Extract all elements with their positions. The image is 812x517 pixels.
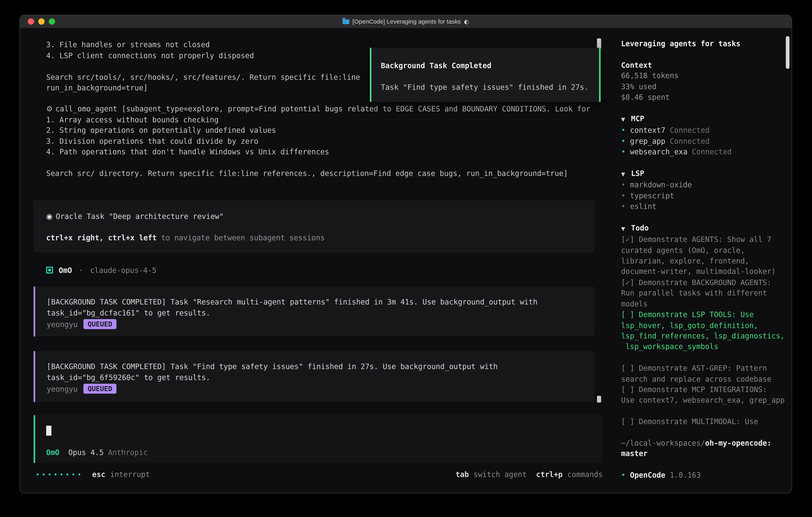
terminal-text-line: 4. LSP client connections not properly d… bbox=[46, 50, 360, 61]
workspace-branch: master bbox=[621, 448, 787, 459]
chat-pane: 3. File handles or streams not closed4. … bbox=[20, 28, 609, 493]
mcp-server-status: Connected bbox=[670, 126, 709, 135]
lsp-heading-label: LSP bbox=[631, 169, 644, 177]
context-heading: Context bbox=[621, 60, 787, 71]
status-bar: •••••••• esc interrupt tab switch agent … bbox=[20, 468, 609, 481]
mcp-server-status: Connected bbox=[692, 147, 732, 156]
terminal-text-line: run_in_background=true] bbox=[46, 82, 360, 93]
lsp-server-item: •eslint bbox=[621, 201, 787, 212]
terminal-text-line: 3. Division operations that could divide… bbox=[46, 136, 590, 146]
oracle-task-title: ◉Oracle Task "Deep architecture review" bbox=[46, 211, 594, 222]
status-dot-icon: • bbox=[621, 190, 630, 201]
message-author: yeongyu bbox=[47, 320, 78, 328]
mcp-server-status: Connected bbox=[670, 137, 709, 145]
toast-background-task-completed[interactable]: Background Task Completed Task "Find typ… bbox=[370, 48, 601, 102]
message-meta: yeongyu QUEUED bbox=[47, 319, 583, 329]
ctrlp-key-hint: ctrl+p bbox=[536, 470, 563, 479]
input-model-name: Opus 4.5 bbox=[68, 447, 104, 458]
background-task-message: [BACKGROUND TASK COMPLETED] Task "Resear… bbox=[34, 287, 594, 336]
todo-section-header[interactable]: ▼Todo bbox=[621, 222, 787, 234]
mcp-server-name: grep_app bbox=[630, 137, 665, 145]
chevron-down-icon: ▼ bbox=[621, 169, 628, 180]
todo-item: [ ] Demonstrate MCP INTEGRATIONS: Use co… bbox=[621, 384, 787, 406]
mcp-section-header[interactable]: ▼MCP bbox=[621, 113, 787, 125]
window-title: [OpenCode] Leveraging agents for tasks ◐ bbox=[20, 15, 792, 28]
status-dot-icon: • bbox=[621, 201, 630, 212]
chat-scrollbar-thumb[interactable] bbox=[597, 38, 601, 49]
todo-item: [ ] Demonstrate AST-GREP: Pattern search… bbox=[621, 363, 787, 384]
toast-title: Background Task Completed bbox=[381, 60, 599, 71]
tool-call-first-line: ⚙call_omo_agent [subagent_type=explore, … bbox=[46, 103, 590, 114]
workspace-path-prefix: ~/local-workspaces/ bbox=[621, 439, 705, 447]
terminal-text-line: 3. File handles or streams not closed bbox=[46, 39, 360, 50]
minimize-button[interactable] bbox=[38, 19, 45, 25]
mcp-server-item: •grep_appConnected bbox=[621, 136, 787, 146]
status-dot-icon: • bbox=[621, 470, 630, 481]
context-spent: $0.46 spent bbox=[621, 92, 787, 103]
mcp-server-name: context7 bbox=[630, 126, 665, 135]
lsp-server-item: •typescript bbox=[621, 190, 787, 201]
window-titlebar[interactable]: [OpenCode] Leveraging agents for tasks ◐ bbox=[20, 15, 792, 28]
todo-item: [ ] Demonstrate MULTIMODAL: Use bbox=[621, 416, 787, 427]
terminal-text-line: Search src/ directory. Return specific f… bbox=[46, 168, 590, 179]
tab-key-hint: tab bbox=[456, 470, 469, 479]
status-dot-icon: • bbox=[621, 146, 630, 157]
status-badge: QUEUED bbox=[83, 319, 116, 329]
agent-model: claude-opus-4-5 bbox=[90, 266, 156, 274]
agent-checkbox-icon bbox=[46, 267, 53, 273]
esc-key-label: interrupt bbox=[110, 470, 150, 479]
gear-icon: ⚙ bbox=[46, 104, 53, 113]
desktop: [OpenCode] Leveraging agents for tasks ◐… bbox=[0, 0, 812, 517]
chat-scrollbar-thumb-lower[interactable] bbox=[597, 396, 601, 403]
prompt-input[interactable]: OmO Opus 4.5 Anthropic bbox=[34, 415, 603, 463]
oracle-task-panel: ◉Oracle Task "Deep architecture review" … bbox=[34, 200, 594, 252]
mcp-heading-label: MCP bbox=[631, 114, 644, 123]
tab-key-label: switch agent bbox=[473, 470, 527, 479]
chevron-down-icon: ▼ bbox=[621, 223, 628, 234]
background-task-message: [BACKGROUND TASK COMPLETED] Task "Find t… bbox=[34, 351, 594, 402]
window-title-text: [OpenCode] Leveraging agents for tasks bbox=[352, 19, 461, 25]
input-footer: OmO Opus 4.5 Anthropic bbox=[46, 447, 148, 458]
oracle-hint-text: to navigate between subagent sessions bbox=[157, 234, 325, 242]
oracle-hint: ctrl+x right, ctrl+x left to navigate be… bbox=[46, 233, 594, 243]
zoom-button[interactable] bbox=[49, 19, 55, 25]
app-version: 1.0.163 bbox=[670, 471, 701, 479]
terminal-text-line bbox=[46, 157, 590, 168]
esc-key-hint: esc bbox=[92, 470, 105, 479]
terminal-text-line: Search src/tools/, src/hooks/, src/featu… bbox=[46, 72, 360, 82]
traffic-lights bbox=[20, 19, 55, 25]
terminal-window: [OpenCode] Leveraging agents for tasks ◐… bbox=[19, 15, 792, 493]
terminal-text-line: 1. Array access without bounds checking bbox=[46, 114, 590, 125]
input-agent-name: OmO bbox=[46, 447, 59, 458]
agent-separator: · bbox=[79, 266, 83, 274]
message-meta: yeongyu QUEUED bbox=[47, 384, 583, 393]
mcp-list: •context7Connected •grep_appConnected •w… bbox=[621, 125, 787, 157]
context-used: 33% used bbox=[621, 81, 787, 92]
workspace-name: oh-my-opencode: bbox=[705, 439, 772, 447]
message-author: yeongyu bbox=[47, 384, 78, 393]
lsp-server-item: •markdown-oxide bbox=[621, 180, 787, 191]
lsp-list: •markdown-oxide •typescript •eslint bbox=[621, 180, 787, 212]
todo-item: [ ] Demonstrate LSP TOOLS: Use lsp_hover… bbox=[621, 309, 787, 352]
todo-list: [✓] Demonstrate AGENTS: Show all 7 curat… bbox=[621, 234, 787, 427]
lsp-server-name: eslint bbox=[630, 202, 657, 211]
sidebar-scrollbar-thumb[interactable] bbox=[786, 36, 789, 69]
chevron-down-icon: ▼ bbox=[621, 114, 628, 125]
input-provider-name: Anthropic bbox=[108, 447, 148, 458]
chat-scrollback: 3. File handles or streams not closed4. … bbox=[46, 39, 360, 93]
terminal-text-line: 4. Path operations that don't handle Win… bbox=[46, 146, 590, 157]
status-dot-icon: • bbox=[621, 136, 630, 146]
fisheye-icon: ◉ bbox=[46, 212, 53, 220]
todo-item: [✓] Demonstrate AGENTS: Show all 7 curat… bbox=[621, 234, 787, 277]
session-title: Leveraging agents for tasks bbox=[621, 38, 787, 49]
folder-icon bbox=[343, 19, 349, 24]
mcp-server-item: •websearch_exaConnected bbox=[621, 146, 787, 157]
message-text: [BACKGROUND TASK COMPLETED] Task "Resear… bbox=[47, 297, 583, 318]
close-button[interactable] bbox=[28, 19, 34, 25]
tool-call-lines: 1. Array access without bounds checking2… bbox=[46, 114, 590, 179]
toast-body: Task "Find type safety issues" finished … bbox=[381, 82, 599, 93]
mcp-server-name: websearch_exa bbox=[630, 147, 688, 156]
session-sidebar: Leveraging agents for tasks Context 66,5… bbox=[609, 28, 792, 493]
lsp-section-header[interactable]: ▼LSP bbox=[621, 168, 787, 180]
context-tokens: 66,518 tokens bbox=[621, 71, 787, 81]
